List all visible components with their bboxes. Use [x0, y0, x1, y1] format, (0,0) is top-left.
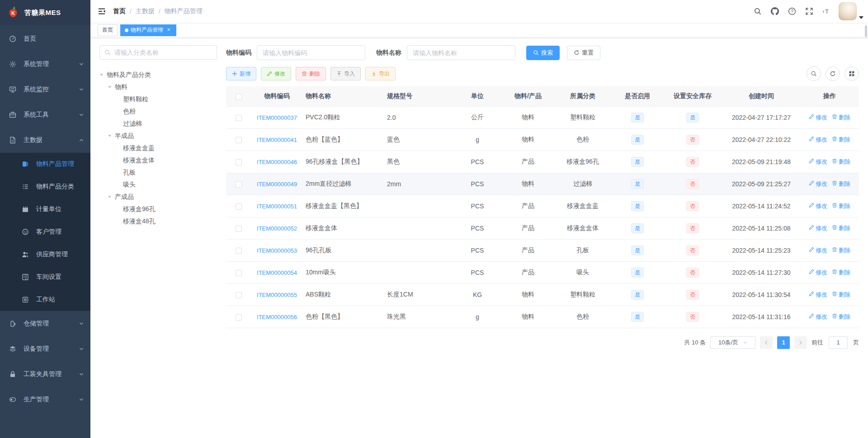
- row-edit-button[interactable]: 修改: [809, 158, 827, 166]
- question-icon[interactable]: ?: [783, 0, 801, 23]
- row-edit-button[interactable]: 修改: [809, 180, 827, 188]
- page-size-select[interactable]: 10条/页: [710, 336, 755, 349]
- sidebar-subitem-物料产品管理[interactable]: 物料产品管理: [0, 153, 90, 175]
- item-code-link[interactable]: ITEM00000049: [257, 181, 297, 188]
- tree-node-孔板[interactable]: 孔板: [99, 166, 217, 179]
- refresh-button[interactable]: [826, 66, 840, 81]
- sidebar-item-系统管理[interactable]: 系统管理: [0, 52, 90, 77]
- breadcrumb-item[interactable]: 首页: [113, 7, 126, 15]
- sidebar-item-主数据[interactable]: 主数据: [0, 127, 90, 153]
- sidebar-subitem-工作站[interactable]: 工作站: [0, 288, 90, 311]
- sidebar-subitem-供应商管理[interactable]: 供应商管理: [0, 243, 90, 266]
- close-icon[interactable]: ×: [165, 27, 172, 33]
- row-checkbox[interactable]: [236, 181, 242, 188]
- tree-node-物料[interactable]: 物料: [99, 81, 217, 93]
- row-edit-button[interactable]: 修改: [809, 246, 827, 254]
- item-code-link[interactable]: ITEM00000056: [257, 314, 297, 320]
- category-search-input[interactable]: [114, 49, 212, 56]
- row-delete-button[interactable]: 删除: [832, 268, 850, 277]
- fullscreen-icon[interactable]: [801, 0, 818, 23]
- export-button[interactable]: 导出: [365, 67, 396, 80]
- tree-node-过滤棉[interactable]: 过滤棉: [99, 118, 217, 130]
- caret-down-icon[interactable]: [99, 73, 104, 77]
- search-icon[interactable]: [749, 0, 766, 23]
- scrollbar-thumb[interactable]: [865, 25, 867, 37]
- sidebar-item-系统监控[interactable]: 系统监控: [0, 77, 90, 102]
- sidebar-subitem-客户管理[interactable]: 客户管理: [0, 221, 90, 243]
- sidebar-item-生产管理[interactable]: 生产管理: [0, 387, 90, 412]
- row-edit-button[interactable]: 修改: [809, 113, 827, 122]
- sidebar-subitem-物料产品分类[interactable]: 物料产品分类: [0, 175, 90, 198]
- search-button[interactable]: 搜索: [526, 46, 560, 60]
- item-code-link[interactable]: ITEM00000037: [257, 114, 297, 121]
- sidebar-item-工装夹具管理[interactable]: 工装夹具管理: [0, 362, 90, 387]
- user-menu[interactable]: [839, 2, 863, 20]
- item-code-link[interactable]: ITEM00000051: [257, 203, 297, 210]
- avatar[interactable]: [839, 2, 857, 20]
- tree-node-物料及产品分类[interactable]: 物料及产品分类: [99, 69, 217, 81]
- tab-物料产品管理[interactable]: 物料产品管理×: [120, 24, 176, 36]
- row-delete-button[interactable]: 删除: [832, 158, 850, 166]
- filter-code-input[interactable]: [257, 45, 365, 60]
- import-button[interactable]: 导入: [330, 67, 361, 80]
- tree-node-吸头[interactable]: 吸头: [99, 179, 217, 191]
- row-edit-button[interactable]: 修改: [809, 136, 827, 144]
- sidebar-item-设备管理[interactable]: 设备管理: [0, 336, 90, 362]
- row-delete-button[interactable]: 删除: [832, 113, 850, 122]
- tree-node-产成品[interactable]: 产成品: [99, 191, 217, 203]
- select-all-checkbox[interactable]: [236, 94, 242, 100]
- hamburger-icon[interactable]: [90, 7, 113, 16]
- next-page-button[interactable]: [794, 336, 807, 349]
- row-checkbox[interactable]: [236, 292, 242, 298]
- sidebar-item-仓储管理[interactable]: 仓储管理: [0, 311, 90, 336]
- row-edit-button[interactable]: 修改: [809, 268, 827, 277]
- row-delete-button[interactable]: 删除: [832, 246, 850, 254]
- column-settings-button[interactable]: [844, 66, 859, 81]
- tree-node-移液盒盒体[interactable]: 移液盒盒体: [99, 154, 217, 166]
- row-checkbox[interactable]: [236, 203, 242, 210]
- row-edit-button[interactable]: 修改: [809, 224, 827, 232]
- row-checkbox[interactable]: [236, 226, 242, 232]
- github-icon[interactable]: [766, 0, 783, 23]
- reset-button[interactable]: 重置: [567, 46, 600, 60]
- row-edit-button[interactable]: 修改: [809, 291, 827, 299]
- goto-page-input[interactable]: [829, 336, 848, 349]
- row-checkbox[interactable]: [236, 314, 242, 320]
- row-checkbox[interactable]: [236, 270, 242, 276]
- item-code-link[interactable]: ITEM00000054: [257, 269, 297, 276]
- tree-node-移液盒48孔[interactable]: 移液盒48孔: [99, 215, 217, 227]
- row-edit-button[interactable]: 修改: [809, 202, 827, 210]
- prev-page-button[interactable]: [760, 336, 773, 349]
- filter-name-input[interactable]: [407, 45, 515, 60]
- row-checkbox[interactable]: [236, 137, 242, 143]
- caret-down-icon[interactable]: [108, 85, 112, 89]
- item-code-link[interactable]: ITEM00000053: [257, 247, 297, 254]
- sidebar-item-首页[interactable]: 首页: [0, 26, 90, 52]
- edit-button[interactable]: 修改: [261, 67, 291, 80]
- row-delete-button[interactable]: 删除: [832, 202, 850, 210]
- item-code-link[interactable]: ITEM00000046: [257, 159, 297, 165]
- row-edit-button[interactable]: 修改: [809, 313, 827, 321]
- caret-down-icon[interactable]: [108, 134, 112, 138]
- row-delete-button[interactable]: 删除: [832, 224, 850, 232]
- add-button[interactable]: 新增: [226, 67, 256, 80]
- toggle-search-button[interactable]: [807, 66, 821, 81]
- font-size-icon[interactable]: TT: [818, 0, 835, 23]
- tree-node-移液盒盒盖[interactable]: 移液盒盒盖: [99, 142, 217, 154]
- tree-node-塑料颗粒[interactable]: 塑料颗粒: [99, 93, 217, 105]
- sidebar-subitem-车间设置[interactable]: 车间设置: [0, 266, 90, 288]
- tree-node-半成品[interactable]: 半成品: [99, 130, 217, 142]
- delete-button[interactable]: 删除: [296, 67, 326, 80]
- tree-node-移液盒96孔[interactable]: 移液盒96孔: [99, 203, 217, 215]
- row-delete-button[interactable]: 删除: [832, 313, 850, 321]
- item-code-link[interactable]: ITEM00000055: [257, 292, 297, 298]
- sidebar-subitem-计量单位[interactable]: 计量单位: [0, 198, 90, 221]
- item-code-link[interactable]: ITEM00000041: [257, 137, 297, 143]
- row-checkbox[interactable]: [236, 115, 242, 121]
- row-checkbox[interactable]: [236, 159, 242, 165]
- item-code-link[interactable]: ITEM00000052: [257, 225, 297, 232]
- logo[interactable]: K 苦糖果MES: [0, 0, 90, 25]
- caret-down-icon[interactable]: [108, 195, 112, 199]
- row-checkbox[interactable]: [236, 248, 242, 254]
- row-delete-button[interactable]: 删除: [832, 136, 850, 144]
